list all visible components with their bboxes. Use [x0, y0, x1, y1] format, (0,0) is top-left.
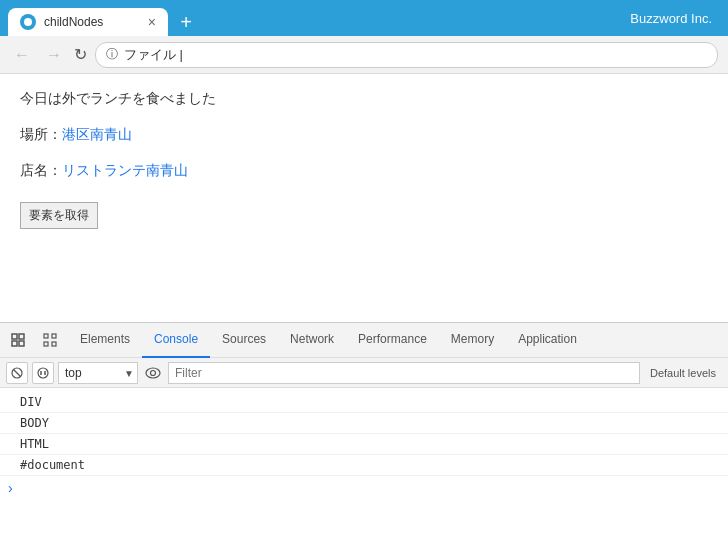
svg-rect-4 — [44, 334, 48, 338]
tab-close-button[interactable]: × — [148, 14, 156, 30]
svg-point-13 — [146, 368, 160, 378]
filter-input[interactable] — [168, 362, 640, 384]
page-line1: 今日は外でランチを食べました — [20, 90, 708, 108]
svg-point-10 — [38, 368, 48, 378]
tab-network[interactable]: Network — [278, 323, 346, 358]
refresh-button[interactable]: ↻ — [74, 45, 87, 64]
svg-point-14 — [151, 370, 156, 375]
show-live-expression-button[interactable] — [142, 362, 164, 384]
page-line2: 場所：港区南青山 — [20, 126, 708, 144]
page-line2-link[interactable]: 港区南青山 — [62, 126, 132, 142]
page-line3: 店名：リストランテ南青山 — [20, 162, 708, 180]
address-text: ファイル | — [124, 46, 183, 64]
clear-console-button[interactable] — [6, 362, 28, 384]
browser-chrome: childNodes × + Buzzword Inc. — [0, 0, 728, 36]
console-item: HTML — [0, 434, 728, 455]
address-input-wrap[interactable]: ⓘ ファイル | — [95, 42, 718, 68]
devtools-select-icon[interactable] — [4, 326, 32, 354]
devtools-inspect-icon[interactable] — [36, 326, 64, 354]
page-line3-label: 店名： — [20, 162, 62, 178]
devtools-panel: Elements Console Sources Network Perform… — [0, 322, 728, 504]
tab-sources[interactable]: Sources — [210, 323, 278, 358]
tab-title: childNodes — [44, 15, 140, 29]
console-item: DIV — [0, 392, 728, 413]
tab-bar: childNodes × + — [8, 0, 630, 36]
tab-elements[interactable]: Elements — [68, 323, 142, 358]
page-line2-label: 場所： — [20, 126, 62, 142]
back-button[interactable]: ← — [10, 44, 34, 66]
context-selector[interactable]: top — [58, 362, 138, 384]
context-selector-wrap[interactable]: top ▼ — [58, 362, 138, 384]
svg-rect-5 — [52, 334, 56, 338]
console-item: BODY — [0, 413, 728, 434]
tab-application[interactable]: Application — [506, 323, 589, 358]
svg-rect-6 — [44, 342, 48, 346]
pause-exceptions-button[interactable] — [32, 362, 54, 384]
console-prompt[interactable]: › — [0, 476, 728, 500]
devtools-tab-bar: Elements Console Sources Network Perform… — [0, 323, 728, 358]
forward-button[interactable]: → — [42, 44, 66, 66]
svg-rect-3 — [19, 341, 24, 346]
tab-console[interactable]: Console — [142, 323, 210, 358]
new-tab-button[interactable]: + — [172, 8, 200, 36]
address-bar: ← → ↻ ⓘ ファイル | — [0, 36, 728, 74]
tab-performance[interactable]: Performance — [346, 323, 439, 358]
svg-rect-2 — [12, 341, 17, 346]
console-prompt-arrow: › — [8, 480, 13, 496]
console-output: DIV BODY HTML #document › — [0, 388, 728, 504]
get-element-button[interactable]: 要素を取得 — [20, 202, 98, 229]
console-item: #document — [0, 455, 728, 476]
svg-line-9 — [14, 369, 21, 376]
page-content: 今日は外でランチを食べました 場所：港区南青山 店名：リストランテ南青山 要素を… — [0, 74, 728, 322]
tab-memory[interactable]: Memory — [439, 323, 506, 358]
address-lock-icon: ⓘ — [106, 46, 118, 63]
svg-rect-7 — [52, 342, 56, 346]
page-line3-link[interactable]: リストランテ南青山 — [62, 162, 188, 178]
default-levels-label: Default levels — [644, 367, 722, 379]
active-tab[interactable]: childNodes × — [8, 8, 168, 36]
tab-favicon — [20, 14, 36, 30]
devtools-toolbar: top ▼ Default levels — [0, 358, 728, 388]
svg-rect-0 — [12, 334, 17, 339]
site-name: Buzzword Inc. — [630, 11, 720, 26]
svg-rect-1 — [19, 334, 24, 339]
